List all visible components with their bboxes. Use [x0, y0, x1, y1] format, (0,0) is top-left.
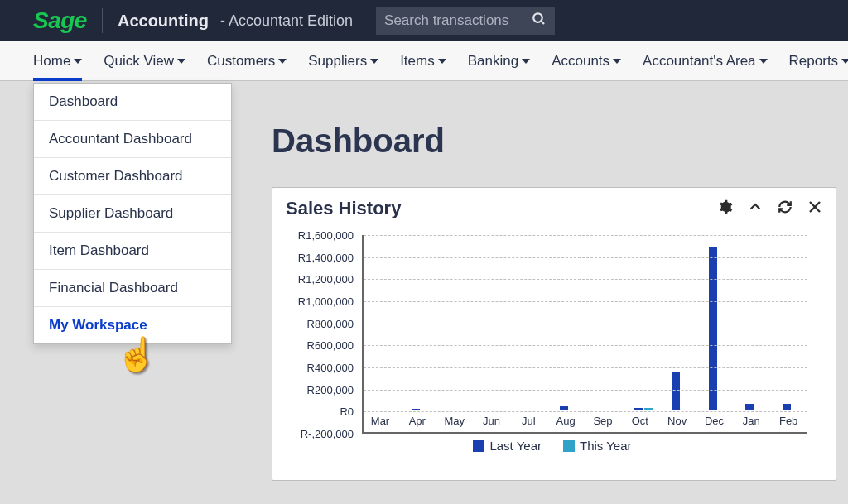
search-input[interactable] [384, 12, 525, 29]
card-tools [718, 199, 822, 218]
top-bar: Sage Accounting - Accountant Edition [0, 0, 848, 41]
menu-label: Home [33, 53, 70, 70]
bar-group [666, 372, 696, 410]
x-tick-label: Feb [773, 415, 803, 427]
gridline [364, 324, 807, 324]
bar-group [591, 410, 621, 410]
sales-history-chart: R-,200,000R0R200,000R400,000R600,000R800… [272, 228, 836, 453]
gridline [364, 279, 807, 280]
menu-label: Accountant's Area [643, 53, 756, 70]
gridline [364, 367, 807, 368]
x-tick-label: Oct [625, 415, 655, 427]
y-tick-label: R200,000 [307, 383, 354, 396]
refresh-icon[interactable] [778, 199, 793, 218]
x-tick-label: Jun [477, 415, 507, 427]
bar-this-year [532, 410, 541, 410]
menu-reports[interactable]: Reports [789, 53, 848, 70]
y-tick-label: R0 [340, 406, 354, 418]
caret-icon [841, 59, 848, 64]
search-box[interactable] [376, 7, 555, 35]
dropdown-my-workspace[interactable]: My Workspace [34, 307, 231, 343]
dropdown-item-dashboard[interactable]: Item Dashboard [34, 233, 231, 270]
y-tick-label: R1,200,000 [298, 273, 354, 286]
dropdown-customer-dashboard[interactable]: Customer Dashboard [34, 158, 231, 195]
x-tick-label: Sep [588, 415, 618, 427]
x-tick-label: Nov [662, 415, 692, 427]
swatch-icon [563, 440, 575, 452]
y-tick-label: R1,400,000 [298, 251, 354, 263]
caret-icon [759, 59, 768, 64]
home-dropdown: Dashboard Accountant Dashboard Customer … [33, 83, 232, 344]
legend-this-year: This Year [563, 439, 632, 453]
menu-label: Items [400, 53, 435, 70]
caret-icon [438, 59, 446, 64]
menu-items[interactable]: Items [400, 53, 446, 70]
gridline [364, 390, 807, 391]
page-title: Dashboard [272, 122, 445, 160]
x-tick-label: Jul [513, 415, 543, 427]
search-icon[interactable] [532, 12, 547, 31]
caret-icon [74, 59, 82, 64]
y-tick-label: R800,000 [307, 317, 354, 329]
app-title: Accounting [118, 12, 209, 31]
bar-group [703, 247, 733, 410]
caret-icon [370, 59, 378, 64]
bar-last-year [560, 406, 568, 410]
chart-legend: Last Year This Year [282, 439, 822, 453]
bar-last-year [745, 404, 754, 410]
menu-suppliers[interactable]: Suppliers [308, 53, 378, 70]
gridline [364, 235, 807, 236]
gear-icon[interactable] [718, 199, 733, 218]
menu-banking[interactable]: Banking [468, 53, 530, 70]
divider [102, 8, 103, 33]
caret-icon [177, 59, 186, 64]
gridline [364, 257, 807, 258]
dropdown-financial-dashboard[interactable]: Financial Dashboard [34, 270, 231, 307]
bar-last-year [634, 408, 643, 410]
menu-label: Accounts [552, 53, 610, 70]
legend-last-year: Last Year [473, 439, 542, 453]
menu-customers[interactable]: Customers [207, 53, 287, 70]
x-tick-label: Jan [736, 415, 766, 427]
menu-quick-view[interactable]: Quick View [104, 53, 186, 70]
svg-point-0 [533, 13, 542, 22]
bar-this-year [644, 408, 653, 410]
bar-group [629, 408, 658, 410]
bar-group [554, 406, 584, 410]
menu-label: Reports [789, 53, 839, 70]
bar-last-year [412, 409, 420, 410]
gridline [364, 301, 807, 302]
gridline [364, 434, 807, 434]
menu-label: Suppliers [308, 53, 367, 70]
menu-accounts[interactable]: Accounts [552, 53, 621, 70]
menu-label: Banking [468, 53, 518, 70]
dropdown-supplier-dashboard[interactable]: Supplier Dashboard [34, 195, 231, 233]
dropdown-dashboard[interactable]: Dashboard [34, 84, 231, 121]
menu-accountants-area[interactable]: Accountant's Area [643, 53, 768, 70]
chevron-up-icon[interactable] [748, 199, 763, 218]
svg-line-1 [541, 21, 544, 24]
caret-icon [613, 59, 621, 64]
bar-last-year [672, 372, 680, 410]
swatch-icon [473, 440, 484, 452]
brand-logo: Sage [33, 7, 87, 34]
x-tick-label: Mar [365, 415, 395, 427]
y-tick-label: R1,000,000 [298, 295, 354, 308]
app-subtitle: - Accountant Edition [220, 12, 353, 30]
y-tick-label: R400,000 [307, 362, 354, 374]
card-header: Sales History [272, 188, 836, 228]
menu-label: Customers [207, 53, 275, 70]
dropdown-accountant-dashboard[interactable]: Accountant Dashboard [34, 121, 231, 158]
caret-icon [278, 59, 287, 64]
sales-history-card: Sales History R-,200,000R0R200,000R400,0… [272, 187, 836, 481]
card-title: Sales History [286, 198, 401, 219]
close-icon[interactable] [807, 199, 822, 218]
y-tick-label: R-,200,000 [301, 428, 354, 440]
caret-icon [522, 59, 530, 64]
menu-home[interactable]: Home [33, 53, 82, 70]
gridline [364, 411, 807, 412]
y-tick-label: R1,600,000 [298, 229, 354, 242]
menu-label: Quick View [104, 53, 174, 70]
y-tick-label: R600,000 [307, 339, 354, 352]
bar-this-year [607, 410, 615, 410]
